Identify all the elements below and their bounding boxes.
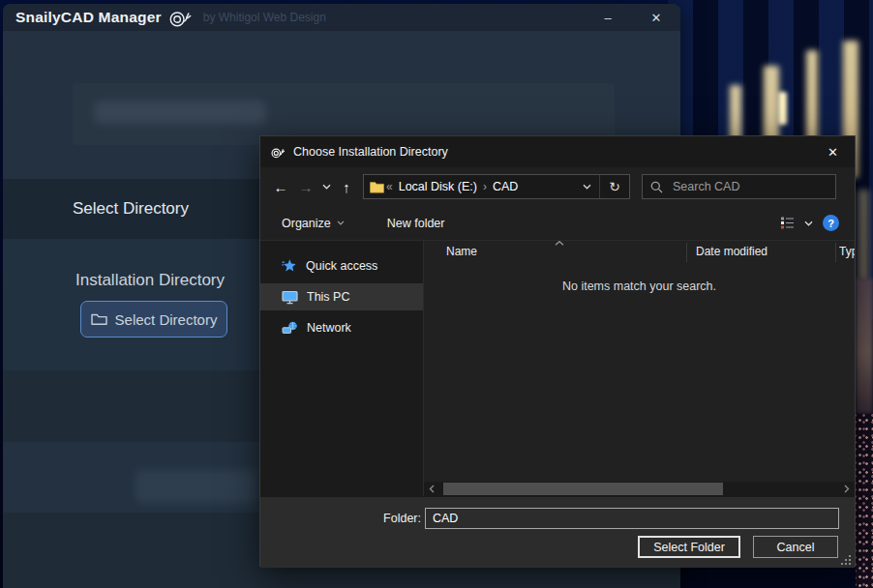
toolbar-right-group: ? bbox=[780, 215, 839, 231]
column-header-name[interactable]: Name bbox=[446, 245, 477, 258]
window-controls: – ✕ bbox=[584, 4, 680, 31]
close-button[interactable]: ✕ bbox=[632, 4, 680, 31]
new-folder-label: New folder bbox=[387, 217, 445, 230]
navigation-pane: Quick access This PC bbox=[260, 241, 424, 496]
refresh-button[interactable]: ↻ bbox=[600, 179, 629, 194]
breadcrumb-drive[interactable]: Local Disk (E:) bbox=[395, 180, 481, 193]
up-button[interactable]: ↑ bbox=[334, 174, 359, 199]
section-heading: Select Directory bbox=[73, 199, 189, 219]
column-divider[interactable] bbox=[686, 243, 687, 262]
wallpaper-window-light bbox=[778, 92, 787, 125]
dimmed-button-blob bbox=[135, 470, 257, 503]
dimmed-text-blob bbox=[94, 101, 266, 124]
breadcrumb-folder[interactable]: CAD bbox=[489, 180, 522, 193]
sidebar-item-label: Quick access bbox=[306, 259, 377, 273]
column-header-date-modified[interactable]: Date modified bbox=[696, 245, 768, 258]
scroll-right-icon[interactable] bbox=[839, 482, 855, 496]
network-icon bbox=[282, 321, 298, 336]
installation-directory-label: Installation Directory bbox=[75, 271, 225, 290]
app-title: SnailyCAD Manager bbox=[15, 9, 162, 26]
select-directory-button-label: Select Directory bbox=[115, 311, 218, 328]
search-input[interactable] bbox=[671, 179, 830, 194]
select-folder-button[interactable]: Select Folder bbox=[638, 536, 740, 558]
dialog-titlebar: Choose Installation Directory ✕ bbox=[260, 136, 855, 167]
this-pc-monitor-icon bbox=[282, 290, 298, 305]
select-directory-button[interactable]: Select Directory bbox=[80, 301, 227, 338]
snail-logo-icon bbox=[168, 8, 192, 28]
dialog-close-button[interactable]: ✕ bbox=[811, 136, 855, 167]
search-box[interactable] bbox=[642, 174, 836, 199]
dialog-content: Quick access This PC bbox=[260, 241, 855, 496]
wallpaper-window-light bbox=[858, 190, 869, 282]
folder-name-input[interactable] bbox=[425, 508, 839, 529]
resize-grip[interactable] bbox=[841, 555, 852, 566]
choose-directory-dialog: Choose Installation Directory ✕ ← → ↑ « … bbox=[259, 135, 856, 567]
wallpaper-texture bbox=[856, 279, 873, 414]
sidebar-item-quick-access[interactable]: Quick access bbox=[260, 252, 423, 279]
views-dropdown-chevron-icon[interactable] bbox=[804, 220, 813, 226]
empty-results-message: No items match your search. bbox=[424, 279, 855, 293]
scrollbar-thumb[interactable] bbox=[443, 483, 723, 495]
address-dropdown-chevron-icon[interactable] bbox=[575, 184, 599, 190]
folder-field-label: Folder: bbox=[367, 512, 421, 525]
quick-access-star-icon bbox=[282, 258, 297, 274]
folder-icon bbox=[370, 181, 384, 193]
sidebar-item-label: Network bbox=[307, 321, 351, 335]
minimize-button[interactable]: – bbox=[584, 4, 632, 31]
organize-menu-button[interactable]: Organize bbox=[282, 217, 345, 230]
breadcrumb-separator-icon: › bbox=[481, 180, 489, 193]
app-titlebar: SnailyCAD Manager by Whitigol Web Design… bbox=[3, 4, 680, 31]
details-view-icon[interactable] bbox=[780, 217, 795, 229]
chevron-down-icon bbox=[337, 220, 345, 225]
file-list: Name Date modified Type No items match y… bbox=[424, 241, 855, 496]
sidebar-item-network[interactable]: Network bbox=[260, 314, 423, 341]
scrollbar-track[interactable] bbox=[439, 482, 839, 496]
forward-button[interactable]: → bbox=[293, 174, 318, 199]
dialog-navigation-row: ← → ↑ « Local Disk (E:) › CAD bbox=[260, 167, 855, 206]
search-icon bbox=[650, 181, 663, 193]
sidebar-item-this-pc[interactable]: This PC bbox=[260, 283, 423, 310]
recent-locations-chevron-icon[interactable] bbox=[318, 174, 334, 199]
dialog-footer: Folder: Select Folder Cancel bbox=[260, 496, 855, 568]
back-button[interactable]: ← bbox=[268, 174, 293, 199]
address-bar[interactable]: « Local Disk (E:) › CAD ↻ bbox=[363, 174, 630, 199]
organize-label: Organize bbox=[282, 217, 331, 230]
scroll-left-icon[interactable] bbox=[424, 482, 439, 496]
column-divider[interactable] bbox=[835, 243, 836, 262]
sidebar-item-label: This PC bbox=[307, 290, 349, 304]
folder-outline-icon bbox=[91, 312, 107, 326]
screen: SnailyCAD Manager by Whitigol Web Design… bbox=[0, 0, 873, 588]
dialog-title: Choose Installation Directory bbox=[293, 145, 448, 159]
app-byline: by Whitigol Web Design bbox=[203, 11, 326, 24]
column-header-row: Name Date modified Type bbox=[424, 241, 855, 262]
breadcrumb-collapse-icon[interactable]: « bbox=[384, 180, 395, 193]
help-button[interactable]: ? bbox=[823, 215, 839, 231]
dialog-snail-icon bbox=[271, 146, 285, 159]
cancel-button[interactable]: Cancel bbox=[753, 536, 838, 558]
dialog-toolbar: Organize New folder ? bbox=[260, 206, 855, 241]
wallpaper-bokeh bbox=[856, 414, 873, 588]
horizontal-scrollbar[interactable] bbox=[424, 482, 855, 496]
column-header-type[interactable]: Type bbox=[839, 245, 855, 258]
new-folder-button[interactable]: New folder bbox=[387, 217, 445, 230]
sort-ascending-icon bbox=[555, 241, 564, 246]
